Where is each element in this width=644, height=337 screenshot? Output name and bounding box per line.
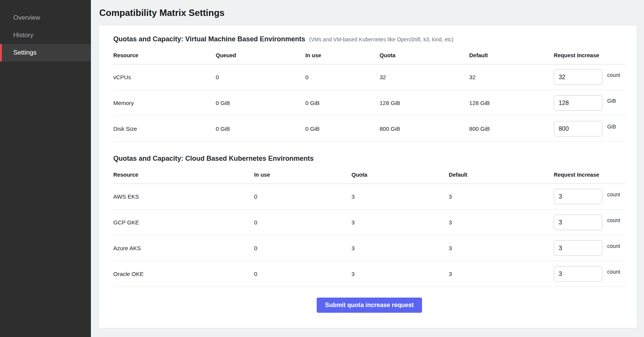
- cell-request-increase: GiB: [554, 90, 625, 116]
- unit-label: count: [607, 243, 620, 249]
- vm-quota-table: Resource Queued In use Quota Default Req…: [113, 49, 625, 142]
- col-resource: Resource: [113, 169, 254, 184]
- cell-default: 800 GiB: [469, 116, 554, 142]
- cell-request-increase: count: [554, 261, 625, 287]
- cell-in-use: 0: [254, 184, 352, 210]
- cell-in-use: 0: [305, 64, 380, 90]
- cell-request-increase: count: [554, 210, 625, 235]
- vm-table-header-row: Resource Queued In use Quota Default Req…: [113, 49, 625, 64]
- unit-label: count: [607, 191, 620, 197]
- cell-resource: GCP GKE: [113, 210, 254, 235]
- cell-resource: AWS EKS: [113, 184, 254, 210]
- cell-resource: Disk Size: [113, 116, 216, 142]
- oracle-oke-request-increase-input[interactable]: [554, 266, 602, 282]
- cell-default: 32: [469, 64, 554, 90]
- table-row-disk-size: Disk Size 0 GiB 0 GiB 800 GiB 800 GiB Gi…: [113, 116, 625, 142]
- cell-queued: 0 GiB: [216, 90, 305, 116]
- cell-in-use: 0: [254, 261, 352, 287]
- col-request-increase: Request Increase: [554, 49, 625, 64]
- cell-request-increase: GiB: [554, 116, 625, 142]
- cell-quota: 3: [352, 261, 449, 287]
- gcp-gke-request-increase-input[interactable]: [554, 215, 602, 230]
- col-in-use: In use: [305, 49, 380, 64]
- vm-section-title: Quotas and Capacity: Virtual Machine Bas…: [113, 35, 305, 43]
- cell-in-use: 0: [254, 235, 352, 261]
- cell-quota: 3: [352, 210, 449, 235]
- app-root: Overview History Settings Compatibility …: [0, 0, 644, 337]
- sidebar: Overview History Settings: [0, 0, 91, 337]
- cell-quota: 800 GiB: [380, 116, 469, 142]
- unit-label: count: [607, 217, 620, 223]
- cell-resource: vCPUs: [113, 64, 216, 90]
- cell-in-use: 0 GiB: [305, 116, 380, 142]
- aws-eks-request-increase-input[interactable]: [554, 189, 602, 204]
- table-row-memory: Memory 0 GiB 0 GiB 128 GiB 128 GiB GiB: [113, 90, 625, 116]
- cell-request-increase: count: [554, 64, 625, 90]
- main-content: Compatibility Matrix Settings Quotas and…: [91, 0, 644, 337]
- table-row-gcp-gke: GCP GKE 0 3 3 count: [113, 210, 625, 235]
- col-resource: Resource: [113, 49, 216, 64]
- cell-default: 3: [449, 184, 554, 210]
- vm-section-subtitle: (VMs and VM-based Kubernetes like OpenSh…: [309, 36, 453, 42]
- cell-quota: 32: [380, 64, 469, 90]
- cell-in-use: 0: [254, 210, 352, 235]
- cell-quota: 128 GiB: [380, 90, 469, 116]
- cell-queued: 0 GiB: [216, 116, 305, 142]
- cell-resource: Memory: [113, 90, 216, 116]
- table-row-oracle-oke: Oracle OKE 0 3 3 count: [113, 261, 625, 287]
- cell-quota: 3: [352, 235, 449, 261]
- col-quota: Quota: [352, 169, 449, 184]
- cell-default: 3: [449, 210, 554, 235]
- cloud-section-header: Quotas and Capacity: Cloud Based Kuberne…: [113, 155, 625, 163]
- cell-default: 128 GiB: [469, 90, 554, 116]
- page-title: Compatibility Matrix Settings: [91, 0, 644, 24]
- table-row-vcpus: vCPUs 0 0 32 32 count: [113, 64, 625, 90]
- unit-label: count: [607, 72, 620, 78]
- submit-row: Submit quota increase request: [113, 287, 625, 317]
- cell-default: 3: [449, 235, 554, 261]
- vm-section-header: Quotas and Capacity: Virtual Machine Bas…: [113, 35, 625, 43]
- col-quota: Quota: [380, 49, 469, 64]
- unit-label: GiB: [607, 98, 616, 104]
- cell-in-use: 0 GiB: [305, 90, 380, 116]
- cell-quota: 3: [352, 184, 449, 210]
- disk-size-request-increase-input[interactable]: [554, 121, 602, 136]
- cell-default: 3: [449, 261, 554, 287]
- cloud-section-title: Quotas and Capacity: Cloud Based Kuberne…: [113, 155, 314, 163]
- quotas-card: Quotas and Capacity: Virtual Machine Bas…: [98, 25, 637, 328]
- sidebar-item-overview[interactable]: Overview: [0, 9, 91, 27]
- col-in-use: In use: [254, 169, 352, 184]
- unit-label: GiB: [607, 124, 616, 130]
- col-default: Default: [449, 169, 554, 184]
- sidebar-item-history[interactable]: History: [0, 27, 91, 44]
- cell-queued: 0: [216, 64, 305, 90]
- memory-request-increase-input[interactable]: [554, 95, 602, 111]
- col-default: Default: [469, 49, 554, 64]
- vcpus-request-increase-input[interactable]: [554, 69, 602, 85]
- table-row-azure-aks: Azure AKS 0 3 3 count: [113, 235, 625, 261]
- col-request-increase: Request Increase: [554, 169, 625, 184]
- unit-label: count: [607, 269, 620, 275]
- cloud-quota-table: Resource In use Quota Default Request In…: [113, 169, 625, 287]
- cloud-table-header-row: Resource In use Quota Default Request In…: [113, 169, 625, 184]
- cell-request-increase: count: [554, 235, 625, 261]
- submit-quota-button[interactable]: Submit quota increase request: [317, 298, 422, 313]
- cell-resource: Azure AKS: [113, 235, 254, 261]
- azure-aks-request-increase-input[interactable]: [554, 240, 602, 256]
- cell-request-increase: count: [554, 184, 625, 210]
- sidebar-item-settings[interactable]: Settings: [0, 44, 91, 61]
- table-row-aws-eks: AWS EKS 0 3 3 count: [113, 184, 625, 210]
- col-queued: Queued: [216, 49, 305, 64]
- cell-resource: Oracle OKE: [113, 261, 254, 287]
